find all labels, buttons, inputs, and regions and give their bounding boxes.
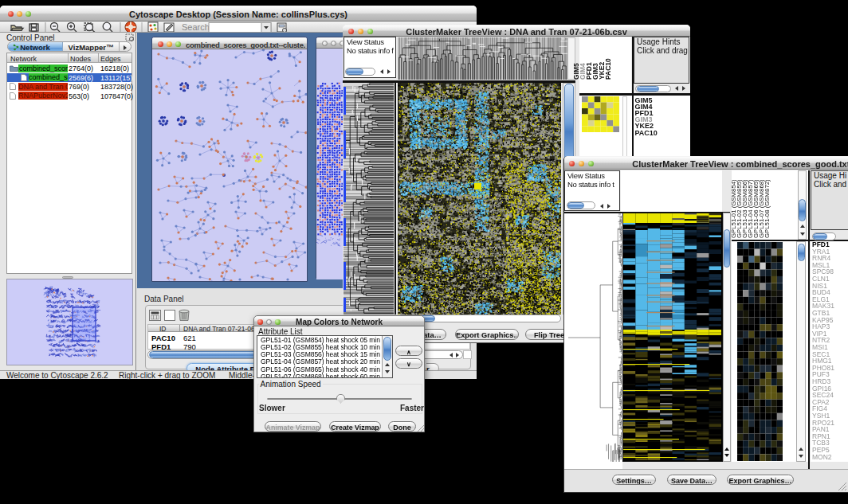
svg-text:Search:: Search: <box>182 22 212 32</box>
